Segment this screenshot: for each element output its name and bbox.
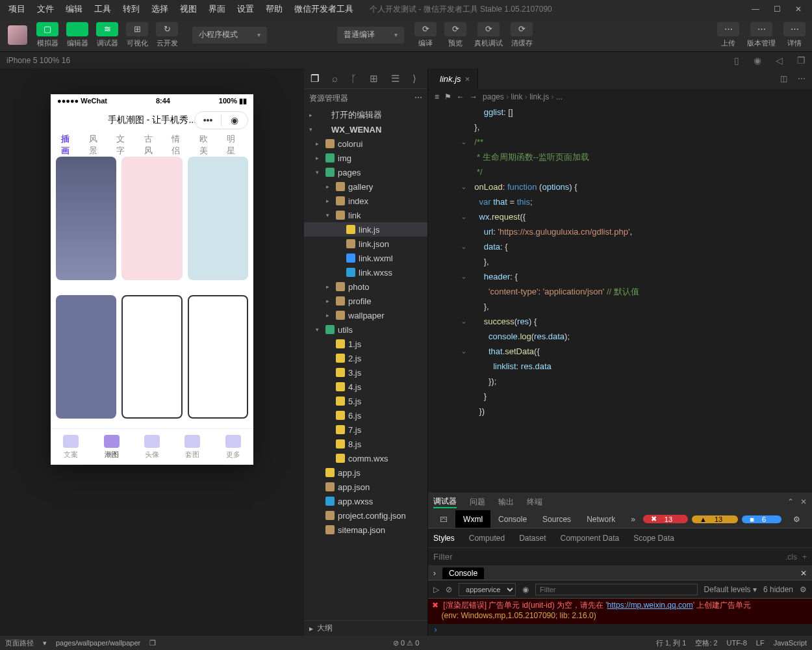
menu-item[interactable]: 转到	[117, 1, 146, 18]
gear-icon[interactable]: ⚙	[800, 585, 807, 594]
styles-tab[interactable]: Dataset	[519, 534, 546, 543]
clear-icon[interactable]: ⊘	[446, 585, 452, 594]
add-icon[interactable]: +	[802, 552, 807, 562]
thumb[interactable]	[56, 157, 116, 280]
tree-item[interactable]: ▾link	[304, 208, 427, 222]
menu-item[interactable]: 选择	[146, 1, 174, 18]
bottom-tab[interactable]: 潮图	[104, 435, 120, 460]
tree-item[interactable]: 6.js	[304, 408, 427, 422]
bottom-tab[interactable]: 更多	[225, 435, 241, 460]
thumb[interactable]	[121, 157, 182, 280]
status-item[interactable]: 行 1, 列 1	[656, 638, 686, 648]
more-icon[interactable]: ⋯	[798, 74, 806, 83]
copy-icon[interactable]: ❐	[797, 55, 806, 66]
bottom-tab[interactable]: 文案	[63, 435, 79, 460]
avatar[interactable]	[8, 25, 27, 45]
tree-item[interactable]: 3.js	[304, 365, 427, 380]
bookmark-icon[interactable]: ⚑	[444, 92, 451, 101]
maximize-icon[interactable]: ☐	[774, 5, 781, 14]
problems-count[interactable]: ⊘ 0 ⚠ 0	[393, 639, 419, 647]
toolbar-button[interactable]: 编辑器	[64, 22, 91, 48]
tree-item[interactable]: app.json	[304, 480, 427, 494]
tree-item[interactable]: ▸profile	[304, 294, 427, 308]
split-icon[interactable]: ◫	[780, 74, 787, 83]
tree-item[interactable]: ▸wallpaper	[304, 308, 427, 322]
close-ring-icon[interactable]: ◉	[222, 115, 247, 125]
tree-item[interactable]: link.js	[304, 222, 427, 237]
phone-icon[interactable]: ▯	[734, 55, 739, 66]
compile-select[interactable]: 普通编译▾	[337, 27, 404, 44]
category-tab[interactable]: 明星	[222, 133, 248, 157]
menu-item[interactable]: 界面	[203, 1, 231, 18]
category-tab[interactable]: 风景	[84, 133, 110, 157]
close-icon[interactable]: ✕	[800, 497, 807, 506]
eye-icon[interactable]: ◉	[522, 585, 529, 594]
thumb[interactable]	[56, 295, 116, 419]
menu-item[interactable]: 编辑	[60, 1, 88, 18]
toolbar-button[interactable]: ⟳真机调试	[472, 22, 505, 48]
db-icon[interactable]: ☰	[391, 73, 400, 84]
tree-item[interactable]: sitemap.json	[304, 523, 427, 537]
tree-item[interactable]: ▸colorui	[304, 136, 427, 151]
tree-item[interactable]: link.json	[304, 237, 427, 251]
close-icon[interactable]: ✕	[795, 5, 802, 14]
device-label[interactable]: iPhone 5 100% 16	[6, 56, 70, 65]
debugger-tab[interactable]: 问题	[470, 497, 485, 508]
tree-item[interactable]: 1.js	[304, 337, 427, 351]
more-icon[interactable]: ⋯	[414, 93, 422, 104]
breadcrumb[interactable]: ≡ ⚑ ← → pages › link › link.js › ...	[428, 89, 812, 105]
search-icon[interactable]: ⌕	[332, 73, 338, 84]
error-summary[interactable]: ✖ 13 ▲ 13 ■ 6 ⚙	[643, 515, 808, 524]
status-item[interactable]: UTF-8	[727, 639, 747, 647]
tree-item[interactable]: 2.js	[304, 351, 427, 365]
more-icon[interactable]: ⟩	[412, 73, 416, 84]
toolbar-button[interactable]: ⊞可视化	[123, 22, 151, 48]
files-icon[interactable]: ❐	[311, 73, 319, 84]
tree-item[interactable]: ▾utils	[304, 322, 427, 337]
execute-icon[interactable]: ▷	[433, 585, 439, 594]
styles-tab[interactable]: Component Data	[560, 534, 619, 543]
window-controls[interactable]: —☐✕	[752, 5, 809, 14]
category-tab[interactable]: 古风	[139, 133, 166, 157]
tree-item[interactable]: 4.js	[304, 380, 427, 394]
toolbar-button[interactable]: ⟳预览	[442, 22, 469, 48]
tree-item[interactable]: link.wxss	[304, 265, 427, 280]
list-icon[interactable]: ≡	[435, 92, 439, 101]
menu-item[interactable]: 帮助	[260, 1, 288, 18]
devtools-tab[interactable]: Network	[579, 510, 623, 528]
close-icon[interactable]: ×	[465, 74, 470, 84]
filter-input[interactable]	[433, 552, 785, 562]
toolbar-button[interactable]: ↻云开发	[153, 22, 181, 48]
menu-item[interactable]: 项目	[3, 1, 31, 18]
tree-item[interactable]: ▸photo	[304, 280, 427, 294]
outline-header[interactable]: ▸大纲	[304, 620, 427, 636]
bottom-tab[interactable]: 套图	[184, 435, 200, 460]
ext-icon[interactable]: ⊞	[370, 73, 378, 84]
toolbar-button[interactable]: ▢模拟器	[34, 22, 61, 48]
tree-item[interactable]: app.wxss	[304, 494, 427, 508]
toolbar-button[interactable]: ⋯详情	[781, 22, 808, 48]
tree-item[interactable]: ▾pages	[304, 165, 427, 179]
tree-item[interactable]: 5.js	[304, 394, 427, 408]
toolbar-button[interactable]: ⋯版本管理	[744, 22, 778, 48]
devtools-tab[interactable]: Console	[490, 510, 535, 528]
share-icon[interactable]: ◁	[776, 55, 783, 66]
devtools-tab[interactable]: Sources	[535, 510, 579, 528]
tree-item[interactable]: ▾WX_WENAN	[304, 122, 427, 136]
tree-item[interactable]: app.js	[304, 465, 427, 480]
tree-item[interactable]: ▸gallery	[304, 179, 427, 194]
minimize-icon[interactable]: —	[752, 5, 759, 14]
menu-icon[interactable]: •••	[195, 115, 221, 125]
status-item[interactable]: 空格: 2	[695, 638, 717, 648]
category-tab[interactable]: 欧美	[194, 133, 221, 157]
tree-item[interactable]: comm.wxs	[304, 451, 427, 465]
devtools-tab[interactable]: Wxml	[455, 510, 490, 528]
category-tab[interactable]: 情侣	[166, 133, 193, 157]
cls-toggle[interactable]: .cls	[785, 552, 797, 562]
code-editor[interactable]: gglist: [] },⌄ /** * 生命周期函数--监听页面加载 */⌄ …	[428, 105, 812, 493]
hidden-count[interactable]: 6 hidden	[763, 585, 793, 594]
tree-item[interactable]: ▸打开的编辑器	[304, 108, 427, 122]
console-tab[interactable]: Console	[442, 567, 484, 579]
page-path[interactable]: pages/wallpaper/wallpaper	[56, 639, 140, 647]
gear-icon[interactable]: ⚙	[785, 515, 808, 524]
